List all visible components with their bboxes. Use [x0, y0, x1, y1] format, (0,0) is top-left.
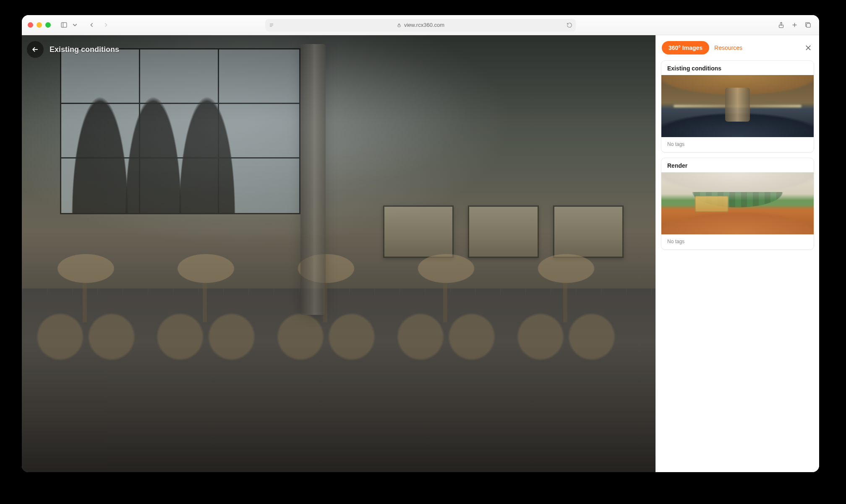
viewer-title: Existing conditions — [50, 45, 119, 54]
svg-rect-0 — [61, 23, 67, 27]
card-tags: No tags — [661, 234, 814, 249]
lock-icon — [397, 23, 402, 28]
browser-window: view.rcx360.com — [22, 15, 819, 472]
image-card-render[interactable]: Render No tags — [661, 158, 814, 250]
chevron-down-icon[interactable] — [71, 20, 78, 30]
window-close-button[interactable] — [28, 22, 33, 28]
reader-mode-icon[interactable] — [269, 22, 274, 28]
viewer-header: Existing conditions — [27, 41, 119, 58]
image-card-existing-conditions[interactable]: Existing conditions No tags — [661, 60, 814, 153]
sidebar-tabs: 360° Images Resources — [656, 35, 819, 60]
window-controls — [28, 22, 51, 28]
page-content: Existing conditions 360° Images Resource… — [22, 35, 819, 472]
share-icon[interactable] — [776, 20, 786, 30]
tab-overview-icon[interactable] — [802, 20, 813, 30]
svg-rect-9 — [806, 23, 810, 27]
window-zoom-button[interactable] — [45, 22, 51, 28]
nav-back-button[interactable] — [85, 20, 98, 30]
tab-360-images[interactable]: 360° Images — [662, 41, 709, 55]
arrow-left-icon — [31, 45, 39, 54]
360-viewer[interactable]: Existing conditions — [22, 35, 655, 472]
address-url: view.rcx360.com — [404, 22, 444, 28]
window-minimize-button[interactable] — [37, 22, 42, 28]
card-tags: No tags — [661, 137, 814, 152]
card-title: Render — [661, 158, 814, 172]
card-thumbnail — [661, 172, 814, 234]
card-thumbnail — [661, 75, 814, 137]
tab-resources[interactable]: Resources — [713, 44, 744, 51]
sidebar-toggle-icon[interactable] — [58, 20, 69, 30]
card-title: Existing conditions — [661, 61, 814, 75]
refresh-icon[interactable] — [567, 22, 572, 28]
address-bar[interactable]: view.rcx360.com — [265, 19, 576, 31]
back-button[interactable] — [27, 41, 44, 58]
browser-titlebar: view.rcx360.com — [22, 15, 819, 35]
nav-forward-button[interactable] — [99, 20, 112, 30]
close-icon — [804, 44, 812, 52]
close-sidebar-button[interactable] — [803, 43, 813, 53]
new-tab-icon[interactable] — [789, 20, 800, 30]
svg-rect-5 — [398, 25, 400, 27]
viewer-tables-decor — [34, 245, 617, 376]
sidebar-body: Existing conditions No tags Render No ta… — [656, 60, 819, 255]
right-sidebar: 360° Images Resources Existing condition… — [655, 35, 819, 472]
